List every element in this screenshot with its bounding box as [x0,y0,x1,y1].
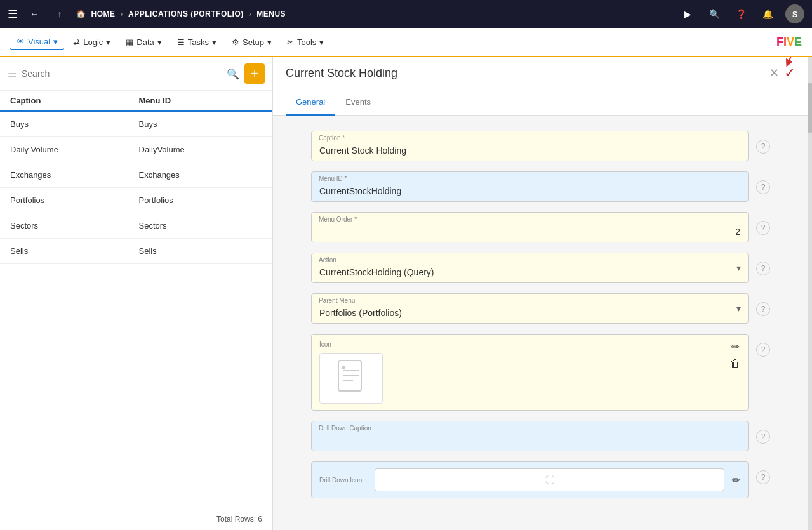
breadcrumb-home[interactable]: HOME [91,10,116,18]
top-nav: ☰ ← ↑ 🏠 HOME › APPLICATIONS (PORTFOLIO) … [0,0,812,28]
icon-svg [335,359,367,397]
drill-down-caption-help-icon[interactable]: ? [756,430,770,444]
visual-icon: 👁 [17,37,25,46]
menu-order-field-group: Menu Order * ? [311,212,770,242]
caption-field-group: Caption * ? [311,131,770,161]
table-row[interactable]: Buys Buys [0,112,272,137]
tools-icon: ✂ [287,37,294,47]
data-icon: ▦ [126,37,133,47]
main-layout: ⚌ 🔍 + Caption Menu ID Buys Buys Daily Vo… [0,57,812,530]
row-menu-id: DailyVolume [134,145,263,154]
row-caption: Buys [10,119,134,129]
menu-id-input[interactable] [311,171,749,202]
toolbar-logic[interactable]: ⇄ Logic ▾ [67,35,117,50]
toolbar-tools-label: Tools [297,37,316,47]
breadcrumb-app[interactable]: APPLICATIONS (PORTFOLIO) [128,10,244,18]
notification-button[interactable]: 🔔 [759,5,776,23]
column-menu-id: Menu ID [134,96,263,105]
row-caption: Daily Volume [10,145,134,154]
forward-button[interactable]: ↑ [51,5,69,23]
breadcrumb-menus[interactable]: MENUS [256,10,286,18]
add-button[interactable]: + [244,63,265,84]
row-menu-id: Buys [134,119,263,129]
search-bar: ⚌ 🔍 + [0,57,272,91]
row-caption: Portfolios [10,195,134,205]
tasks-icon: ☰ [177,37,185,47]
caption-help-icon[interactable]: ? [756,140,770,154]
checkmark-icon: ✓ [784,65,795,81]
toolbar-data[interactable]: ▦ Data ▾ [119,35,168,50]
hamburger-icon[interactable]: ☰ [8,7,18,21]
table-row[interactable]: Sells Sells [0,239,272,264]
confirm-button[interactable]: ✓ [784,65,795,81]
search-nav-button[interactable]: 🔍 [705,5,723,23]
drill-down-caption-input[interactable] [311,421,749,451]
search-input[interactable] [22,69,222,79]
icon-field-container: Icon ✏ 🗑 [311,334,749,411]
drill-down-icon-placeholder: ⛶ [545,475,554,485]
toolbar-tasks[interactable]: ☰ Tasks ▾ [171,35,223,50]
panel-actions: ✕ ✓ [769,65,795,81]
panel-header: Current Stock Holding ✕ ✓ [273,57,808,89]
panel-title: Current Stock Holding [286,67,397,80]
drill-down-icon-edit-button[interactable]: ✏ [732,474,740,486]
table-row[interactable]: Daily Volume DailyVolume [0,137,272,162]
menu-order-help-icon[interactable]: ? [756,221,770,235]
action-help-icon[interactable]: ? [756,262,770,275]
row-caption: Exchanges [10,170,134,180]
toolbar-tools[interactable]: ✂ Tools ▾ [281,35,330,50]
toolbar: 👁 Visual ▾ ⇄ Logic ▾ ▦ Data ▾ ☰ Tasks ▾ … [0,28,812,57]
play-button[interactable]: ▶ [679,5,696,23]
action-select[interactable]: CurrentStockHolding (Query) [311,253,749,283]
back-button[interactable]: ← [25,5,43,23]
top-nav-right: ▶ 🔍 ❓ 🔔 S [679,4,804,23]
tab-events[interactable]: Events [335,89,381,116]
drill-down-icon-help-icon[interactable]: ? [756,470,770,484]
five-logo: FIVE [776,36,802,49]
row-menu-id: Sells [134,246,263,256]
scroll-thumb[interactable] [808,83,812,133]
breadcrumb-sep-1: › [121,10,124,18]
icon-preview [319,353,383,404]
icon-delete-button[interactable]: 🗑 [730,358,740,369]
icon-edit-button[interactable]: ✏ [730,341,740,353]
data-dropdown-icon: ▾ [157,37,162,47]
search-icon[interactable]: 🔍 [227,68,239,80]
table-row[interactable]: Exchanges Exchanges [0,162,272,188]
caption-field-wrapper: Caption * [311,131,749,161]
row-menu-id: Sectors [134,221,263,230]
menu-id-field-group: Menu ID * ? [311,171,770,202]
toolbar-logic-label: Logic [83,37,103,47]
total-rows: Total Rows: 6 [0,508,272,530]
menu-order-input[interactable] [311,212,749,242]
visual-dropdown-icon: ▾ [53,37,58,46]
parent-menu-select[interactable]: Portfolios (Portfolios) [311,293,749,324]
user-avatar[interactable]: S [785,4,804,23]
scrollbar[interactable] [808,57,812,530]
caption-input[interactable] [311,131,749,161]
svg-line-0 [788,57,794,63]
column-caption: Caption [10,96,134,105]
table-row[interactable]: Sectors Sectors [0,213,272,239]
row-menu-id: Exchanges [134,170,263,180]
menu-id-help-icon[interactable]: ? [756,180,770,194]
table-row[interactable]: Portfolios Portfolios [0,188,272,213]
icon-help-icon[interactable]: ? [756,343,770,357]
table-header: Caption Menu ID [0,91,272,112]
parent-menu-field-group: Parent Menu Portfolios (Portfolios) ? [311,293,770,324]
close-button[interactable]: ✕ [769,66,779,80]
left-panel: ⚌ 🔍 + Caption Menu ID Buys Buys Daily Vo… [0,57,273,530]
help-button[interactable]: ❓ [732,5,750,23]
toolbar-visual[interactable]: 👁 Visual ▾ [10,34,64,50]
parent-menu-help-icon[interactable]: ? [756,302,770,316]
tools-dropdown-icon: ▾ [319,37,324,47]
icon-actions: ✏ 🗑 [730,341,740,369]
action-select-wrapper: Action CurrentStockHolding (Query) [311,253,749,283]
tab-general[interactable]: General [286,89,335,116]
right-panel: Current Stock Holding ✕ ✓ General Events [273,57,808,530]
breadcrumb-sep-2: › [249,10,252,18]
toolbar-setup[interactable]: ⚙ Setup ▾ [225,35,278,50]
tasks-dropdown-icon: ▾ [212,37,216,47]
drill-down-caption-field-group: Drill Down Caption ? [311,421,770,451]
toolbar-setup-label: Setup [243,37,264,47]
